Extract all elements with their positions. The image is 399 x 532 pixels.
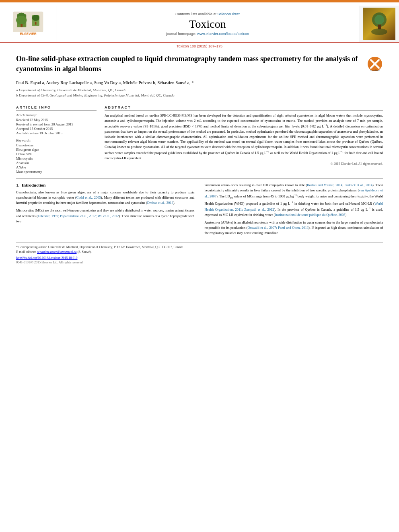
svg-point-3	[16, 16, 27, 25]
svg-point-11	[374, 15, 384, 25]
authors-line: Paul B. Fayad a, Audrey Roy-Lachapelle a…	[16, 79, 383, 86]
section-title-text: Introduction	[22, 183, 46, 187]
keyword-3: Online SPE	[16, 152, 97, 156]
keyword-4: Microcystin	[16, 156, 97, 160]
elsevier-tree-icon: ELSEVIER	[8, 10, 48, 38]
homepage-label: journal homepage:	[166, 32, 196, 36]
contents-text: Contents lists available at	[175, 12, 216, 16]
doi-bar: Toxicon 108 (2015) 167–175	[0, 43, 399, 50]
revised-date: Received in revised form 28 August 2015	[16, 122, 97, 126]
keyword-6: ANA-a	[16, 165, 97, 169]
right-para1: uncommon amino acids resulting in over 1…	[205, 183, 383, 218]
ref-bortoli[interactable]: Bortoli and Volmer, 2014; Puddick et al.…	[307, 183, 372, 187]
doi-link[interactable]: http://dx.doi.org/10.1016/j.toxicon.2015…	[16, 256, 78, 260]
affiliations: a Department of Chemistry, Université de…	[16, 88, 383, 99]
separator	[16, 102, 383, 102]
body-section: 1. Introduction Cyanobacteria, also know…	[16, 178, 383, 238]
intro-para1: Cyanobacteria, also known as blue green …	[16, 190, 195, 206]
email-link[interactable]: sebastien.sauve@umontreal.ca	[37, 250, 76, 254]
ref-falconer[interactable]: Falconer, 1999; Papadimitriou et al., 20…	[38, 214, 119, 218]
homepage-url[interactable]: www.elsevier.com/locate/toxicon	[197, 32, 249, 36]
journal-header: ELSEVIER Contents lists available at Sci…	[0, 2, 399, 43]
keywords-label: Keywords:	[16, 138, 97, 142]
elsevier-logo-left: ELSEVIER	[0, 6, 56, 42]
journal-right-image	[363, 8, 395, 40]
affiliation-a: a Department of Chemistry, Université de…	[16, 88, 383, 93]
history-label: Article history:	[16, 113, 97, 117]
crossmark-logo: CrossMark	[367, 56, 383, 73]
page: ELSEVIER Contents lists available at Sci…	[0, 0, 399, 532]
section-number: 1.	[16, 183, 19, 187]
abstract-col: ABSTRACT An analytical method based on o…	[105, 105, 383, 174]
body-right: uncommon amino acids resulting in over 1…	[205, 183, 383, 238]
sciencedirect-label: Contents lists available at ScienceDirec…	[175, 12, 240, 16]
svg-rect-7	[35, 22, 36, 25]
article-info-abstract: ARTICLE INFO Article history: Received 1…	[16, 105, 383, 174]
journal-title: Toxicon	[189, 18, 226, 31]
svg-point-6	[32, 15, 39, 21]
main-content: On-line solid-phase extraction coupled t…	[0, 50, 399, 268]
intro-para2: Microcystins (MCs) are the most well-kno…	[16, 208, 195, 224]
article-info-header: ARTICLE INFO	[16, 105, 97, 111]
corresponding-author: * Corresponding author. Université de Mo…	[16, 245, 184, 249]
footer-issn: 0041-0101/© 2015 Elsevier Ltd. All right…	[16, 261, 383, 264]
article-title-section: On-line solid-phase extraction coupled t…	[16, 54, 383, 76]
svg-text:CrossMark: CrossMark	[370, 69, 380, 72]
accepted-date: Accepted 15 October 2015	[16, 127, 97, 131]
keyword-1: Cyanotoxins	[16, 143, 97, 147]
intro-title: 1. Introduction	[16, 183, 195, 187]
ref-inspq[interactable]: Institut national de santé publique du Q…	[275, 213, 345, 217]
available-date: Available online 19 October 2015	[16, 131, 97, 135]
authors-text: Paul B. Fayad a, Audrey Roy-Lachapelle a…	[16, 80, 194, 85]
received-date: Received 12 May 2015	[16, 118, 97, 122]
copyright: © 2015 Elsevier Ltd. All rights reserved…	[105, 162, 383, 166]
footer-doi: http://dx.doi.org/10.1016/j.toxicon.2015…	[16, 256, 383, 260]
journal-right-logo	[359, 6, 399, 42]
sciencedirect-link[interactable]: ScienceDirect	[218, 12, 240, 16]
keyword-5: Anatoxin	[16, 161, 97, 165]
email-label: E-mail address:	[16, 250, 36, 254]
two-col-body: 1. Introduction Cyanobacteria, also know…	[16, 183, 383, 238]
email-who: (S. Sauvé).	[77, 250, 91, 254]
ref-who[interactable]: World Health Organization, 2011; Zamyadi…	[205, 201, 383, 212]
footnote-star: * Corresponding author. Université de Mo…	[16, 245, 383, 250]
ref-osswald[interactable]: Osswald et al., 2007; Paerl and Otten, 2…	[247, 226, 308, 230]
body-left: 1. Introduction Cyanobacteria, also know…	[16, 183, 195, 238]
ref-codd[interactable]: Codd et al., 2005	[76, 195, 101, 199]
article-info-col: ARTICLE INFO Article history: Received 1…	[16, 105, 97, 174]
footnote-area: * Corresponding author. Université de Mo…	[16, 242, 383, 264]
crossmark-icon: CrossMark	[367, 56, 383, 72]
ref-drobac[interactable]: Drobac et al., 2013	[147, 201, 173, 205]
journal-homepage: journal homepage: www.elsevier.com/locat…	[166, 32, 249, 36]
article-title: On-line solid-phase extraction coupled t…	[16, 54, 363, 74]
keyword-2: Bleu green algae	[16, 148, 97, 152]
abstract-text: An analytical method based on on-line SP…	[105, 113, 383, 160]
abstract-header: ABSTRACT	[105, 105, 383, 111]
journal-center: Contents lists available at ScienceDirec…	[56, 6, 359, 42]
keyword-7: Mass spectrometry	[16, 170, 97, 174]
svg-text:ELSEVIER: ELSEVIER	[20, 32, 36, 36]
svg-point-13	[371, 29, 387, 35]
svg-rect-4	[21, 24, 23, 27]
footnote-email: E-mail address: sebastien.sauve@umontrea…	[16, 250, 383, 255]
right-para2: Anatoxin-a (ANA-a) is an alkaloid neurot…	[205, 220, 383, 236]
affiliation-b: b Department of Civil, Geological and Mi…	[16, 93, 383, 99]
